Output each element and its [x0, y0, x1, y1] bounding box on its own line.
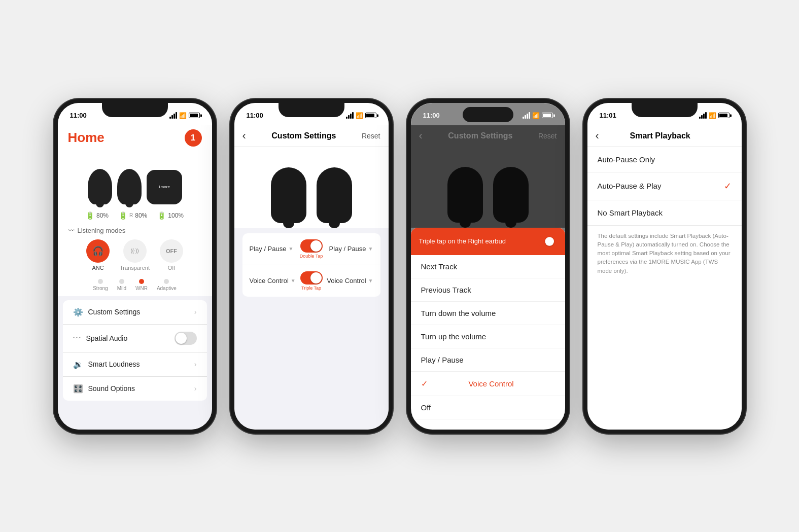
sound-label: Sound Options — [88, 384, 135, 393]
battery-left: 🔋 80% — [86, 211, 109, 220]
custom-label: Custom Settings — [88, 308, 141, 316]
wifi-icon-2: 📶 — [356, 112, 363, 119]
sound-chevron: › — [194, 384, 197, 393]
custom-item-double-tap[interactable]: Play / Pause ▼ Double Tap Play / Pause ▼ — [242, 233, 380, 265]
screen-3: ‹ Custom Settings Reset Triple tap on th… — [411, 125, 565, 430]
battery-left-icon: 🔋 — [86, 211, 94, 220]
modal-overlay[interactable]: Triple tap on the Right earbud Next Trac… — [411, 125, 565, 430]
sp-auto-pause[interactable]: Auto-Pause Only — [587, 147, 742, 172]
custom-settings-content: Play / Pause ▼ Double Tap Play / Pause ▼ — [234, 228, 389, 430]
mode-label-anc: ANC — [92, 265, 103, 271]
mode-circle-anc: 🎧 — [86, 239, 110, 263]
battery-icon-1 — [189, 113, 200, 118]
scene: 11:00 📶 Home 1 — [33, 79, 766, 454]
spatial-icon: 〰 — [73, 334, 81, 343]
battery-right: 🔋 R 80% — [119, 211, 147, 220]
back-button-4[interactable]: ‹ — [596, 129, 599, 143]
loudness-chevron: › — [194, 360, 197, 368]
time-2: 11:00 — [247, 112, 263, 119]
sp-description: The default settings include Smart Playb… — [587, 226, 742, 281]
loudness-label: Smart Loudness — [88, 360, 140, 368]
modal-sheet: Triple tap on the Right earbud Next Trac… — [411, 228, 565, 430]
signal-icon-1 — [169, 112, 177, 119]
listening-modes-label: 〰 Listening modes — [58, 224, 212, 236]
battery-case-value: 100% — [168, 212, 184, 219]
battery-case-icon: 🔋 — [157, 211, 166, 220]
battery-case: 🔋 100% — [157, 211, 184, 220]
sp-auto-pause-play[interactable]: Auto-Pause & Play ✓ — [587, 172, 742, 200]
time-4: 11:01 — [600, 112, 616, 119]
battery-right-icon: 🔋 — [119, 211, 127, 220]
screen-2: ‹ Custom Settings Reset Play / Pause ▼ — [234, 125, 389, 430]
sp-no-smart[interactable]: No Smart Playback — [587, 200, 742, 226]
mode-anc[interactable]: 🎧 ANC — [86, 239, 110, 271]
phone-3: 11:00 📶 ‹ Custom Se — [407, 99, 569, 434]
nav-title-2: Custom Settings — [271, 131, 336, 140]
toggle-double-tap[interactable] — [300, 239, 323, 253]
settings-spatial[interactable]: 〰 Spatial Audio — [63, 325, 207, 352]
earbuds-display-1: 1more — [58, 149, 212, 209]
sound-icon: 🎛️ — [73, 384, 83, 394]
custom-icon: ⚙️ — [73, 307, 83, 317]
noise-adaptive[interactable]: Adaptive — [157, 279, 177, 291]
spatial-toggle[interactable] — [175, 332, 197, 345]
settings-list-1: ⚙️ Custom Settings › 〰 Spatial Audio — [58, 296, 212, 430]
spatial-label: Spatial Audio — [86, 334, 128, 342]
battery-left-value: 80% — [96, 212, 109, 219]
nav-title-4: Smart Playback — [630, 131, 690, 140]
nav-bar-2: ‹ Custom Settings Reset — [234, 125, 389, 147]
settings-custom[interactable]: ⚙️ Custom Settings › — [63, 300, 207, 325]
signal-icon-2 — [346, 112, 354, 119]
noise-mild[interactable]: Mild — [117, 279, 126, 291]
notch-4 — [632, 103, 698, 117]
double-tap-label: Double Tap — [300, 254, 323, 259]
status-icons-3: 📶 — [523, 112, 553, 119]
status-icons-4: 📶 — [699, 112, 729, 119]
nav-bar-4: ‹ Smart Playback — [587, 125, 742, 147]
notch-1 — [102, 103, 168, 117]
modal-item-prev[interactable]: Previous Track — [411, 278, 565, 302]
back-button-2[interactable]: ‹ — [242, 129, 246, 143]
reset-button-2[interactable]: Reset — [362, 132, 380, 140]
modal-toggle[interactable] — [537, 236, 554, 246]
noise-row: Strong Mild WNR Adaptive — [58, 276, 212, 296]
custom-left-label-1: Play / Pause ▼ — [250, 245, 294, 253]
dynamic-island-3 — [463, 107, 513, 122]
modal-item-vol-down[interactable]: Turn down the volume — [411, 302, 565, 325]
status-icons-2: 📶 — [346, 112, 376, 119]
earbuds-large-2 — [234, 147, 389, 228]
time-3: 11:00 — [423, 112, 440, 119]
notch-2 — [279, 103, 344, 117]
home-avatar[interactable]: 1 — [185, 129, 202, 147]
loudness-icon: 🔉 — [73, 360, 83, 369]
smart-playback-content: Auto-Pause Only Auto-Pause & Play ✓ No S… — [587, 147, 742, 430]
noise-wnr[interactable]: WNR — [135, 279, 148, 291]
custom-item-triple-tap[interactable]: Voice Control ▼ Triple Tap Voice Control… — [242, 265, 380, 297]
noise-strong[interactable]: Strong — [93, 279, 108, 291]
wifi-icon-3: 📶 — [532, 112, 540, 119]
dropdown-arrow-1: ▼ — [289, 246, 294, 252]
mode-transparent[interactable]: ((·)) Transparent — [120, 239, 150, 271]
signal-icon-4 — [699, 112, 707, 119]
toggle-triple-tap[interactable] — [300, 271, 323, 285]
custom-row-1: Play / Pause ▼ Double Tap Play / Pause ▼ — [242, 233, 380, 297]
custom-right-label-2: Voice Control ▼ — [327, 277, 373, 285]
settings-sound[interactable]: 🎛️ Sound Options › — [63, 377, 207, 401]
home-header: Home 1 — [58, 125, 212, 149]
wifi-icon-4: 📶 — [709, 112, 716, 119]
modal-item-off[interactable]: Off — [411, 396, 565, 419]
home-title: Home — [68, 130, 105, 146]
battery-icon-3 — [542, 113, 553, 118]
battery-icon-4 — [718, 113, 729, 118]
screen-1: Home 1 1more 🔋 80% 🔋 — [58, 125, 212, 430]
settings-loudness[interactable]: 🔉 Smart Loudness › — [63, 352, 207, 377]
modal-item-voice[interactable]: ✓ Voice Control — [411, 372, 565, 396]
modal-item-play[interactable]: Play / Pause — [411, 348, 565, 372]
case-icon-1: 1more — [147, 170, 182, 204]
signal-icon-3 — [523, 112, 530, 119]
mode-off[interactable]: OFF Off — [160, 239, 183, 271]
modal-item-vol-up[interactable]: Turn up the volume — [411, 325, 565, 348]
triple-tap-label: Triple Tap — [301, 286, 321, 291]
modal-item-next[interactable]: Next Track — [411, 255, 565, 278]
battery-row: 🔋 80% 🔋 R 80% 🔋 100% — [58, 209, 212, 224]
